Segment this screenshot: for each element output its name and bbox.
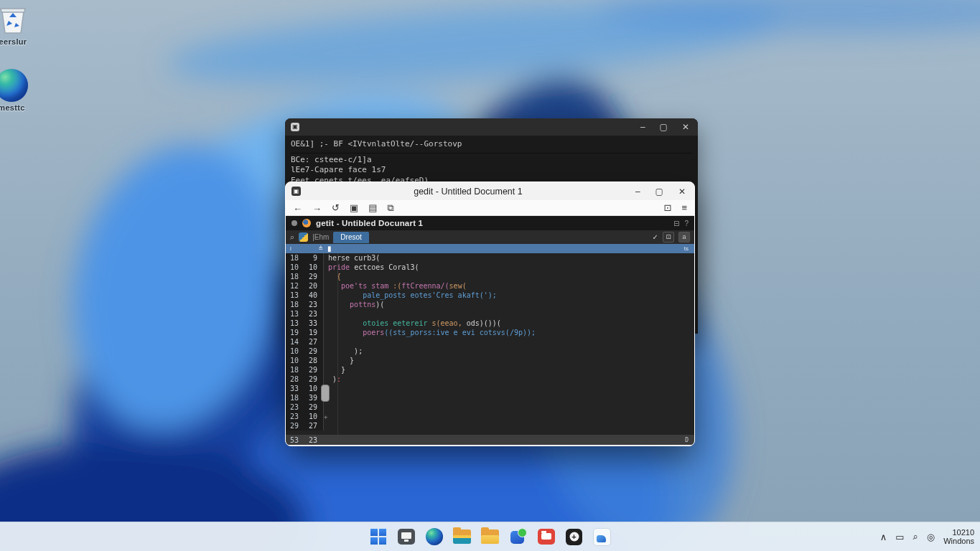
code-line-text: pride ectcoes Coral3( (323, 263, 694, 272)
code-row[interactable]: 1829 } (286, 365, 694, 375)
gutter-number: 14 (286, 337, 302, 347)
gutter-number: 23 (302, 300, 323, 309)
tray-search-icon[interactable]: ⌕ (913, 531, 918, 542)
code-line-text: poers((sts_porss:ive e evi cotsvs(/9p)); (323, 328, 694, 337)
hamburger-menu-icon[interactable]: ≡ (681, 201, 687, 215)
code-rows: 189herse curb3(1010pride ectcoes Coral3(… (286, 253, 694, 430)
split-view-icon[interactable]: ⊡ (663, 232, 674, 242)
save-icon[interactable]: ▣ (350, 201, 358, 215)
gutter-number: 13 (286, 319, 302, 328)
gedit-titlebar[interactable]: ▣ gedit - Untitled Document 1 – ▢ ✕ (286, 182, 694, 200)
code-row[interactable]: 3310 (286, 384, 694, 393)
gutter-number: 18 (286, 365, 302, 375)
taskbar-item-teams[interactable] (509, 527, 528, 546)
gedit-maximize-button[interactable]: ▢ (655, 187, 663, 197)
code-line-text: } (323, 365, 694, 375)
terminal-close-button[interactable]: ✕ (682, 122, 689, 132)
gutter-number: 18 (286, 393, 302, 402)
terminal-minimize-button[interactable]: – (640, 122, 645, 132)
desktop-icon-edge[interactable]: mesttc (0, 69, 37, 112)
code-line-text: otoies eetereir s(eeao, ods)())( (323, 319, 694, 328)
code-row[interactable]: 1823 pottns)( (286, 300, 694, 309)
code-line-text: ): (323, 375, 694, 384)
desktop[interactable]: eerslur mesttc ▣ – ▢ ✕ OE&1] ;- BF <IVtv… (0, 0, 980, 551)
tray-chevron-icon[interactable]: ∧ (880, 532, 887, 542)
tray-ime-icon[interactable]: ▭ (895, 532, 904, 542)
taskbar-item-media-player[interactable] (537, 527, 556, 546)
taskbar-item-game-bar[interactable]: + (565, 527, 584, 546)
forward-icon[interactable]: → (312, 201, 322, 215)
code-row[interactable]: 1220 poe'ts stam :(ftCreenna/(sew( (286, 281, 694, 291)
code-row[interactable]: 1839 (286, 393, 694, 402)
code-row[interactable]: 1919 poers((sts_porss:ive e evi cotsvs(/… (286, 328, 694, 337)
copy-icon[interactable]: ⧉ (388, 201, 394, 215)
undo-icon[interactable]: ↺ (332, 201, 340, 215)
taskbar-item-file-explorer[interactable] (453, 527, 472, 546)
terminal-maximize-button[interactable]: ▢ (660, 122, 668, 132)
gedit-window[interactable]: ▣ gedit - Untitled Document 1 – ▢ ✕ ← → … (285, 182, 695, 446)
tab-active[interactable]: Dresot (333, 232, 368, 243)
gutter-number: 10 (286, 263, 302, 272)
gedit-close-button[interactable]: ✕ (678, 187, 686, 197)
code-row[interactable]: 189herse curb3( (286, 253, 694, 263)
gutter-number: 18 (286, 272, 302, 281)
code-row[interactable]: 1427 (286, 337, 694, 347)
code-line-text (323, 412, 694, 421)
terminal-titlebar[interactable]: ▣ – ▢ ✕ (285, 118, 698, 136)
gutter-marker: + (324, 413, 327, 422)
search-icon[interactable]: ⌕ (290, 232, 294, 242)
taskbar-item-photos[interactable] (593, 527, 612, 546)
check-icon[interactable]: ✓ (653, 233, 658, 241)
code-line-text (323, 337, 694, 347)
document-header-title: getit - Untibled Docunart 1 (316, 219, 423, 227)
code-row[interactable]: 1333 otoies eetereir s(eeao, ods)())( (286, 319, 694, 328)
gutter-number: 18 (286, 253, 302, 263)
code-line-text (323, 402, 694, 412)
code-row[interactable]: 2829 ): (286, 375, 694, 384)
scrollbar-thumb[interactable] (321, 385, 330, 402)
gedit-document-header: getit - Untibled Docunart 1 ⊟ ? (286, 216, 694, 230)
code-editor[interactable]: 189herse curb3(1010pride ectcoes Coral3(… (286, 253, 694, 435)
gutter-number: 13 (286, 309, 302, 319)
help-icon[interactable]: ? (684, 220, 689, 227)
start-button[interactable] (369, 527, 388, 546)
code-row[interactable]: 2310 (286, 412, 694, 421)
gutter-number: 29 (286, 421, 302, 430)
keyboard-icon[interactable]: ⊟ (673, 220, 679, 227)
file-explorer-icon (453, 529, 471, 544)
code-row[interactable]: 1028 } (286, 356, 694, 365)
terminal-line: BCe: csteee-c/1]a (291, 155, 692, 166)
desktop-icon-label: mesttc (0, 103, 37, 112)
terminal-line: OE&1] ;- BF <IVtvnlatOlte/--Gorstovp (291, 138, 692, 154)
gutter-number: 29 (302, 365, 323, 375)
gedit-minimize-button[interactable]: – (635, 187, 640, 197)
editor-ruler-row: i ≜ ▮ ts (286, 244, 694, 253)
tab-prefix-label: |Ehm (312, 233, 329, 241)
tray-circle-icon[interactable]: ◎ (927, 532, 935, 542)
code-row[interactable]: 2927 (286, 421, 694, 430)
font-icon[interactable]: a (678, 232, 690, 242)
code-row[interactable]: 1010pride ectcoes Coral3( (286, 263, 694, 272)
gutter-number: 13 (286, 291, 302, 300)
gutter-number: 10 (286, 347, 302, 356)
overflow-icon[interactable]: ⊡ (664, 201, 672, 215)
taskbar-clock[interactable]: 10210 Windons (943, 528, 974, 545)
taskbar-item-task-view[interactable] (397, 527, 416, 546)
code-line-text: ); (323, 347, 694, 356)
paste-icon[interactable]: ▤ (368, 201, 377, 215)
gutter-number: 10 (302, 384, 323, 393)
code-row[interactable]: 1323 (286, 309, 694, 319)
back-icon[interactable]: ← (293, 201, 302, 215)
photos-icon (593, 528, 611, 546)
desktop-icon-recycle-bin[interactable]: eerslur (0, 3, 39, 46)
code-row[interactable]: 1829 { (286, 272, 694, 281)
taskbar-item-edge[interactable] (425, 527, 444, 546)
code-line-text: poe'ts stam :(ftCreenna/(sew( (323, 281, 694, 291)
folder-icon (481, 529, 499, 544)
media-player-icon (538, 529, 555, 545)
code-row[interactable]: 2329 (286, 402, 694, 412)
code-row[interactable]: 1340 pale_posts eotes'Cres akaft('); (286, 291, 694, 300)
code-row[interactable]: 1029 ); (286, 347, 694, 356)
edge-icon (426, 528, 443, 545)
taskbar-item-folder[interactable] (481, 527, 500, 546)
